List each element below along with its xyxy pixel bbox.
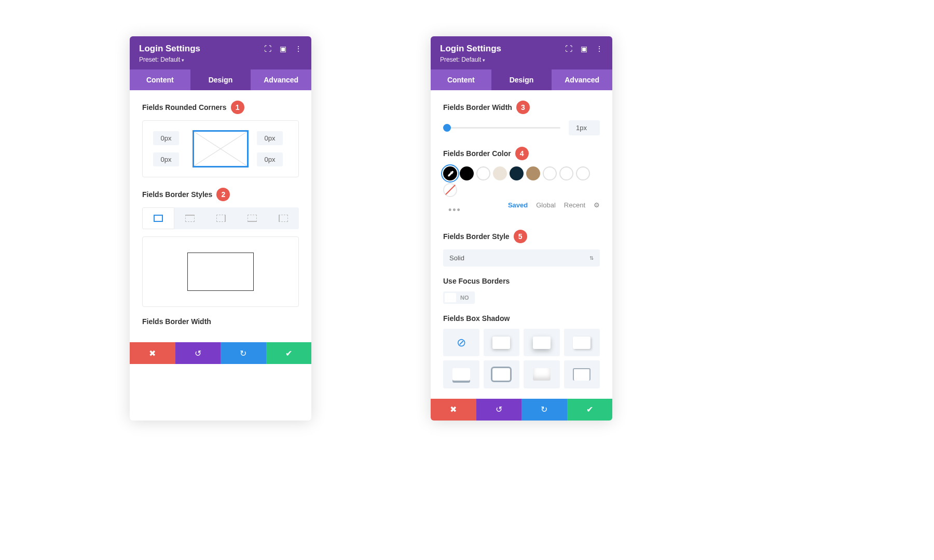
color-meta-row: ••• Saved Global Recent ⚙ [443,201,600,219]
annotation-badge-2: 2 [216,188,230,201]
shadow-option-6[interactable] [524,360,560,388]
slider-thumb[interactable] [443,124,451,132]
border-width-slider-row: 1px [443,120,600,135]
shadow-option-1[interactable] [484,329,520,356]
header-icons: ⛶ ▣ ⋮ [565,45,603,53]
preset-dropdown[interactable]: Preset: Default [440,56,603,63]
corner-top-right[interactable] [257,131,283,145]
shadow-option-2[interactable] [524,329,560,356]
border-style-left[interactable] [268,207,299,229]
settings-panel-left: Login Settings ⛶ ▣ ⋮ Preset: Default Con… [130,36,311,421]
panel-footer: ✖ ↺ ↻ ✔ [130,342,311,364]
save-button[interactable]: ✔ [266,342,312,364]
panel-content: Fields Rounded Corners 1 Fields Border S… [130,90,311,342]
save-button[interactable]: ✔ [567,399,613,421]
box-shadow-text: Fields Box Shadow [443,314,510,323]
tabs: Content Design Advanced [431,69,612,90]
border-width-value[interactable]: 1px [569,120,600,135]
close-button[interactable]: ✖ [130,342,175,364]
color-swatch[interactable] [559,166,573,180]
expand-icon[interactable]: ⛶ [264,45,271,53]
help-icon[interactable]: ▣ [280,45,286,53]
corner-bottom-left[interactable] [153,152,179,166]
undo-button[interactable]: ↺ [476,399,522,421]
focus-borders-label: Use Focus Borders [443,277,600,285]
panel-content: Fields Border Width 3 1px Fields Border … [431,90,612,399]
tab-design[interactable]: Design [190,69,251,90]
panel-header: Login Settings ⛶ ▣ ⋮ Preset: Default [431,36,612,69]
shadow-option-7[interactable] [564,360,600,388]
shadow-option-3[interactable] [564,329,600,356]
tab-content[interactable]: Content [130,69,190,90]
color-tabs: Saved Global Recent ⚙ [508,201,600,209]
color-tab-saved[interactable]: Saved [508,201,528,209]
color-swatches [443,166,600,197]
color-swatch[interactable] [493,166,507,180]
annotation-badge-4: 4 [515,147,529,160]
color-swatch[interactable] [510,166,524,180]
border-style-value: Solid [449,254,464,262]
shadow-option-4[interactable] [443,360,479,388]
more-icon[interactable]: ⋮ [596,45,603,53]
more-swatches-icon[interactable]: ••• [443,205,461,216]
settings-panel-right: Login Settings ⛶ ▣ ⋮ Preset: Default Con… [431,36,612,421]
border-color-label: Fields Border Color 4 [443,147,600,160]
color-swatch[interactable] [460,166,474,180]
undo-button[interactable]: ↺ [175,342,221,364]
focus-borders-toggle[interactable]: NO [443,291,475,304]
color-tab-recent[interactable]: Recent [564,201,585,209]
swatch-list [460,166,590,180]
color-swatch[interactable] [543,166,557,180]
border-width-slider[interactable] [443,127,560,129]
help-icon[interactable]: ▣ [581,45,587,53]
gear-icon[interactable]: ⚙ [594,201,600,209]
box-shadow-label: Fields Box Shadow [443,314,600,323]
toggle-knob [445,293,456,302]
focus-borders-text: Use Focus Borders [443,277,510,285]
panel-title: Login Settings [440,44,501,54]
border-width-text-1: Fields Border Width [142,317,211,326]
border-style-all[interactable] [142,207,174,229]
close-button[interactable]: ✖ [431,399,476,421]
panel-footer: ✖ ↺ ↻ ✔ [431,399,612,421]
tab-advanced[interactable]: Advanced [552,69,612,90]
border-style-buttons [142,207,299,229]
annotation-badge-5: 5 [514,230,527,243]
color-swatch[interactable] [476,166,490,180]
color-swatch[interactable] [576,166,590,180]
redo-button[interactable]: ↻ [521,399,567,421]
corners-preview[interactable] [193,130,249,167]
border-preview-box [142,236,299,307]
color-tab-global[interactable]: Global [536,201,556,209]
toggle-label: NO [456,295,473,301]
border-style-top[interactable] [174,207,205,229]
border-width-label-1: Fields Border Width [142,317,299,326]
redo-button[interactable]: ↻ [221,342,266,364]
eyedropper-swatch[interactable] [443,166,457,180]
swatch-none[interactable] [443,183,457,197]
annotation-badge-1: 1 [231,101,244,114]
border-width-text-2: Fields Border Width [443,103,512,111]
more-icon[interactable]: ⋮ [295,45,302,53]
expand-icon[interactable]: ⛶ [565,45,572,53]
border-style-bottom[interactable] [237,207,268,229]
border-style-right[interactable] [205,207,237,229]
border-preview-rect [187,253,254,291]
tabs: Content Design Advanced [130,69,311,90]
corner-top-left[interactable] [153,131,179,145]
border-color-text: Fields Border Color [443,149,511,158]
tab-design[interactable]: Design [491,69,552,90]
rounded-corners-control [142,120,299,177]
panel-header: Login Settings ⛶ ▣ ⋮ Preset: Default [130,36,311,69]
color-swatch[interactable] [526,166,540,180]
shadow-none[interactable]: ⊘ [443,329,479,356]
tab-advanced[interactable]: Advanced [251,69,311,90]
shadow-option-5[interactable] [484,360,520,388]
corner-bottom-right[interactable] [257,152,283,166]
border-style-select[interactable]: Solid [443,249,600,267]
border-style-label: Fields Border Style 5 [443,230,600,243]
tab-content[interactable]: Content [431,69,491,90]
border-style-text: Fields Border Style [443,232,510,241]
preset-dropdown[interactable]: Preset: Default [139,56,302,63]
border-styles-label: Fields Border Styles 2 [142,188,299,201]
